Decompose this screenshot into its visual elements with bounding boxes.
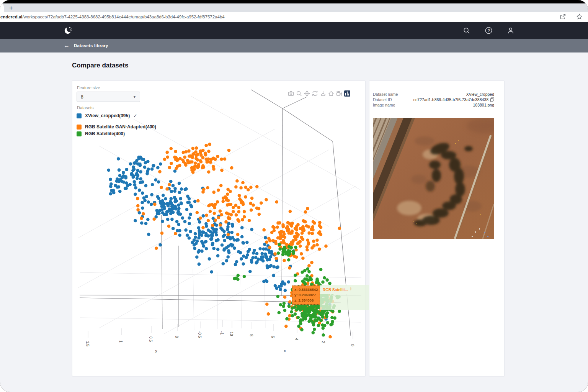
app-header: ?: [0, 22, 588, 39]
detail-label: Image name: [373, 103, 395, 107]
svg-text:10: 10: [229, 331, 234, 336]
share-icon[interactable]: [560, 13, 566, 20]
breadcrumb[interactable]: Datasets library: [74, 43, 108, 48]
dataset-detail-card: Dataset nameXView_croppedDataset IDcc727…: [369, 80, 505, 376]
svg-text:8: 8: [249, 334, 253, 336]
svg-text:y: y: [155, 348, 157, 353]
svg-text:-0.5: -0.5: [198, 331, 202, 338]
account-icon[interactable]: [507, 27, 514, 36]
svg-text:0: 0: [175, 336, 179, 338]
svg-text:2: 2: [321, 341, 325, 343]
detail-value: cc727ad1-b369-4d35-b7f6-73a7dc388438: [413, 97, 488, 102]
browser-tab-stub[interactable]: [0, 3, 4, 12]
detail-value: XView_cropped: [466, 92, 494, 97]
svg-text:6: 6: [271, 336, 275, 338]
umap-3d-scatter[interactable]: 1.510.50-0.5-11086420yx x: 0.83336542 y:…: [76, 89, 361, 353]
bookmark-star-icon[interactable]: [576, 13, 583, 20]
svg-text:1: 1: [119, 340, 123, 343]
help-icon[interactable]: ?: [485, 26, 493, 36]
satellite-image: [373, 118, 494, 239]
url-bar[interactable]: endered.ai/workspaces/72afadb7-4225-4383…: [0, 12, 588, 22]
detail-label: Dataset name: [373, 92, 398, 97]
umap-plot-card: Feature size 8 ▼ Datasets XView_cropped(…: [72, 80, 366, 376]
series-rgb-satellite-gan-adapted: [136, 143, 351, 338]
sub-header: ← Datasets library: [0, 39, 588, 52]
svg-text:x: x: [284, 348, 286, 353]
url-path: /workspaces/72afadb7-4225-4383-8682-495b…: [23, 15, 225, 19]
browser-window: + endered.ai/workspaces/72afadb7-4225-43…: [0, 0, 588, 392]
search-icon[interactable]: [463, 27, 470, 36]
detail-row: Image name103801.png: [373, 102, 494, 108]
svg-text:0: 0: [350, 344, 354, 346]
svg-text:-1: -1: [220, 331, 224, 335]
back-arrow-icon[interactable]: ←: [64, 43, 70, 49]
detail-row: Dataset nameXView_cropped: [373, 92, 494, 97]
hover-tooltip: x: 0.83336542 y: 0.2963927 z: 2.354006: [292, 285, 320, 305]
svg-text:?: ?: [487, 28, 490, 33]
page-content: Compare datasets Feature size 8 ▼ Datase…: [0, 52, 588, 392]
page-title: Compare datasets: [72, 62, 128, 69]
dataset-detail-rows: Dataset nameXView_croppedDataset IDcc727…: [373, 92, 494, 108]
detail-value: 103801.png: [473, 103, 494, 107]
browser-tab-strip: +: [0, 3, 588, 12]
detail-label: Dataset ID: [373, 97, 392, 102]
url-text[interactable]: endered.ai/workspaces/72afadb7-4225-4383…: [0, 12, 225, 22]
copy-icon[interactable]: [490, 97, 494, 102]
url-domain: endered.ai: [0, 15, 23, 19]
hover-series-label: RGB Satellit...: [320, 286, 350, 294]
svg-text:4: 4: [294, 338, 299, 340]
svg-text:1.5: 1.5: [85, 341, 90, 346]
new-tab-button[interactable]: +: [7, 4, 15, 12]
detail-row: Dataset IDcc727ad1-b369-4d35-b7f6-73a7dc…: [373, 97, 494, 102]
rendered-ai-logo-icon[interactable]: [63, 25, 74, 37]
svg-text:0.5: 0.5: [149, 336, 153, 342]
